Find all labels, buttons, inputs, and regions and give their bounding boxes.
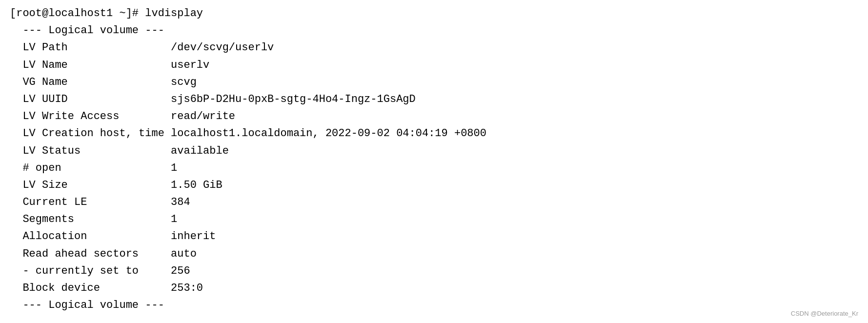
terminal-line: Block device 253:0 — [10, 280, 858, 297]
watermark: CSDN @Deteriorate_Kr — [791, 310, 858, 317]
terminal-line: VG Name scvg — [10, 74, 858, 91]
terminal-line: --- Logical volume --- — [10, 22, 858, 39]
terminal-line: LV UUID sjs6bP-D2Hu-0pxB-sgtg-4Ho4-Ingz-… — [10, 91, 858, 108]
terminal-output: [root@localhost1 ~]# lvdisplay --- Logic… — [10, 5, 858, 314]
terminal-line: LV Status available — [10, 142, 858, 160]
terminal-line: LV Name userlv — [10, 57, 858, 74]
terminal-line: LV Write Access read/write — [10, 108, 858, 125]
terminal-line: Segments 1 — [10, 211, 858, 228]
terminal-line: Read ahead sectors auto — [10, 245, 858, 262]
terminal-line: LV Path /dev/scvg/userlv — [10, 39, 858, 56]
terminal-line: [root@localhost1 ~]# lvdisplay — [10, 5, 858, 22]
terminal-container: [root@localhost1 ~]# lvdisplay --- Logic… — [0, 0, 868, 323]
terminal-line: Allocation inherit — [10, 228, 858, 245]
terminal-line: --- Logical volume --- — [10, 297, 858, 314]
terminal-line: LV Size 1.50 GiB — [10, 177, 858, 194]
terminal-line: - currently set to 256 — [10, 262, 858, 280]
terminal-line: LV Creation host, time localhost1.locald… — [10, 125, 858, 142]
terminal-line: Current LE 384 — [10, 194, 858, 211]
terminal-line: # open 1 — [10, 160, 858, 177]
